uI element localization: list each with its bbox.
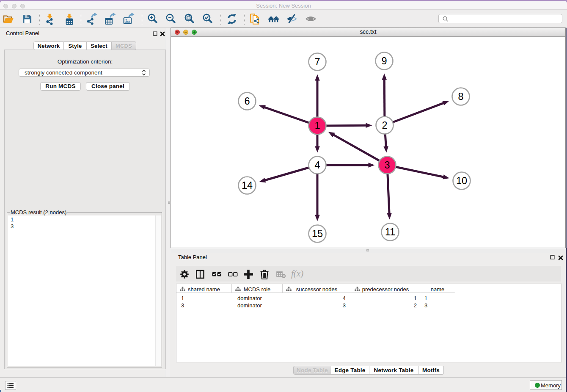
svg-text:15: 15 — [312, 228, 323, 239]
svg-text:14: 14 — [242, 180, 253, 191]
svg-text:6: 6 — [244, 96, 250, 107]
svg-text:7: 7 — [314, 56, 320, 67]
svg-text:9: 9 — [381, 55, 387, 66]
svg-text:1: 1 — [314, 120, 320, 131]
svg-text:4: 4 — [314, 160, 320, 171]
svg-text:3: 3 — [384, 160, 390, 171]
svg-text:8: 8 — [458, 91, 463, 102]
svg-text:11: 11 — [385, 226, 395, 237]
svg-text:10: 10 — [456, 175, 467, 186]
svg-text:2: 2 — [382, 120, 387, 131]
